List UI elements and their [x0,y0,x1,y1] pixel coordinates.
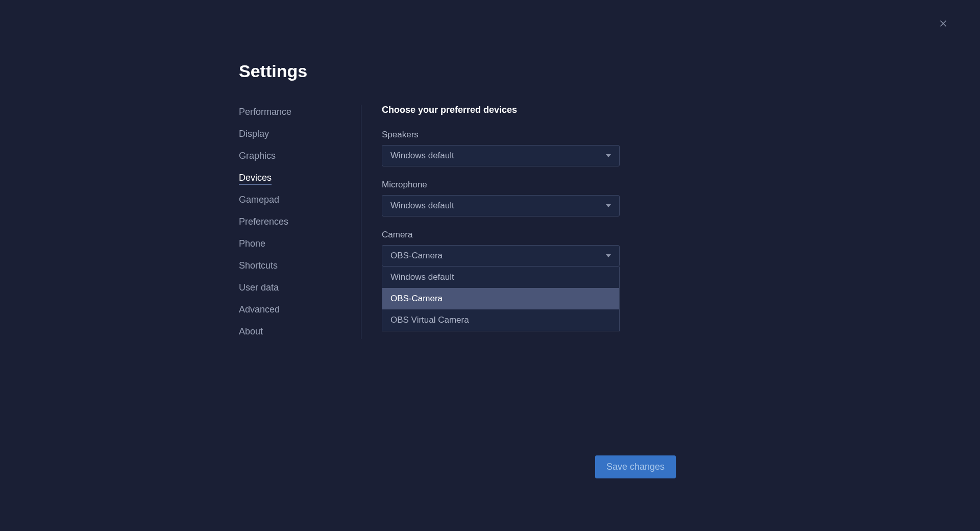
chevron-down-icon [606,204,611,207]
settings-sidebar: Performance Display Graphics Devices Gam… [239,105,361,339]
speakers-label: Speakers [382,130,622,140]
sidebar-item-display[interactable]: Display [239,127,351,141]
sidebar-item-label: Phone [239,238,265,249]
dropdown-option-label: OBS-Camera [390,294,443,304]
camera-label: Camera [382,230,622,240]
sidebar-item-label: Shortcuts [239,260,278,271]
camera-option-obs-virtual-camera[interactable]: OBS Virtual Camera [382,309,619,331]
sidebar-item-label: Advanced [239,304,280,315]
sidebar-item-about[interactable]: About [239,324,351,339]
microphone-dropdown[interactable]: Windows default [382,195,620,216]
microphone-dropdown-selected[interactable]: Windows default [382,195,620,216]
sidebar-item-label: User data [239,282,279,293]
camera-option-windows-default[interactable]: Windows default [382,267,619,288]
camera-dropdown-selected[interactable]: OBS-Camera [382,245,620,267]
page-title: Settings [239,61,980,81]
sidebar-item-preferences[interactable]: Preferences [239,214,351,229]
camera-dropdown-options: Windows default OBS-Camera OBS Virtual C… [382,267,620,331]
speakers-dropdown-selected[interactable]: Windows default [382,145,620,166]
microphone-group: Microphone Windows default [382,180,622,216]
sidebar-item-label: Display [239,129,269,139]
sidebar-item-graphics[interactable]: Graphics [239,149,351,163]
sidebar-item-label: Devices [239,173,272,185]
sidebar-item-performance[interactable]: Performance [239,105,351,119]
microphone-label: Microphone [382,180,622,190]
chevron-down-icon [606,254,611,257]
sidebar-item-phone[interactable]: Phone [239,236,351,251]
sidebar-item-userdata[interactable]: User data [239,280,351,295]
camera-group: Camera OBS-Camera Windows default OBS-Ca… [382,230,622,267]
sidebar-item-devices[interactable]: Devices [239,171,351,185]
camera-option-obs-camera[interactable]: OBS-Camera [382,288,619,309]
chevron-down-icon [606,154,611,157]
speakers-group: Speakers Windows default [382,130,622,166]
close-icon [938,18,948,31]
sidebar-item-advanced[interactable]: Advanced [239,302,351,317]
sidebar-item-shortcuts[interactable]: Shortcuts [239,258,351,273]
dropdown-option-label: OBS Virtual Camera [390,315,469,325]
camera-dropdown[interactable]: OBS-Camera Windows default OBS-Camera OB… [382,245,620,267]
speakers-dropdown-value: Windows default [390,151,454,161]
speakers-dropdown[interactable]: Windows default [382,145,620,166]
camera-dropdown-value: OBS-Camera [390,251,443,261]
sidebar-item-label: Performance [239,107,291,117]
microphone-dropdown-value: Windows default [390,201,454,211]
save-changes-button[interactable]: Save changes [595,455,676,478]
sidebar-item-label: About [239,326,263,336]
sidebar-item-label: Gamepad [239,195,279,205]
dropdown-option-label: Windows default [390,272,454,282]
content-heading: Choose your preferred devices [382,105,622,115]
close-button[interactable] [937,18,949,31]
sidebar-item-label: Graphics [239,151,276,161]
sidebar-item-label: Preferences [239,216,288,227]
sidebar-item-gamepad[interactable]: Gamepad [239,192,351,207]
settings-content: Choose your preferred devices Speakers W… [361,105,622,339]
